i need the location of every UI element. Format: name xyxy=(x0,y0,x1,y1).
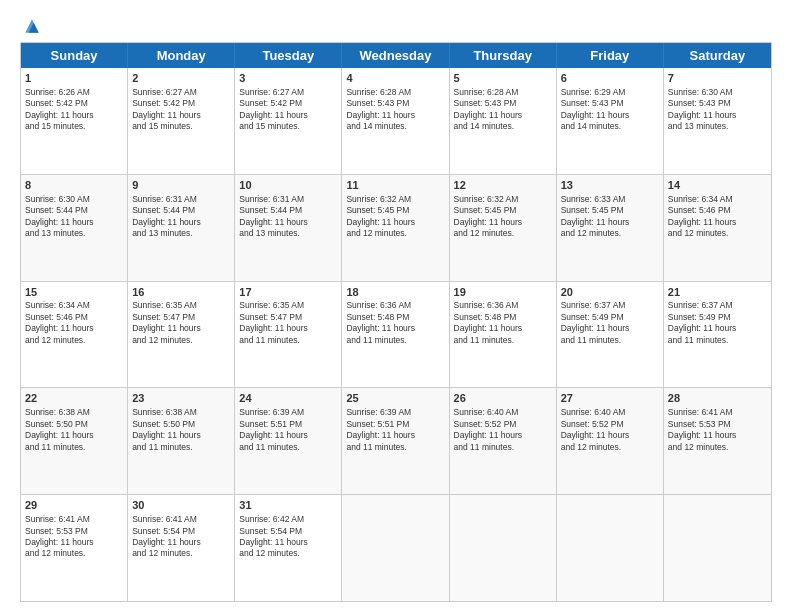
cell-line: Sunset: 5:43 PM xyxy=(454,98,552,109)
cell-line: Sunset: 5:47 PM xyxy=(132,312,230,323)
cell-line: Sunrise: 6:36 AM xyxy=(346,300,444,311)
calendar-cell: 10Sunrise: 6:31 AMSunset: 5:44 PMDayligh… xyxy=(235,175,342,281)
day-number: 9 xyxy=(132,178,230,193)
cell-line: Daylight: 11 hours xyxy=(346,323,444,334)
weekday-header: Tuesday xyxy=(235,43,342,68)
calendar-cell: 24Sunrise: 6:39 AMSunset: 5:51 PMDayligh… xyxy=(235,388,342,494)
cell-line: Sunset: 5:54 PM xyxy=(132,526,230,537)
cell-line: and 11 minutes. xyxy=(346,335,444,346)
calendar-row: 15Sunrise: 6:34 AMSunset: 5:46 PMDayligh… xyxy=(21,281,771,388)
cell-line: Daylight: 11 hours xyxy=(132,323,230,334)
cell-line: Sunrise: 6:38 AM xyxy=(25,407,123,418)
calendar-cell: 16Sunrise: 6:35 AMSunset: 5:47 PMDayligh… xyxy=(128,282,235,388)
cell-line: Sunset: 5:54 PM xyxy=(239,526,337,537)
weekday-header: Sunday xyxy=(21,43,128,68)
cell-line: Sunrise: 6:27 AM xyxy=(239,87,337,98)
day-number: 26 xyxy=(454,391,552,406)
cell-line: and 11 minutes. xyxy=(239,442,337,453)
cell-line: and 12 minutes. xyxy=(668,228,767,239)
calendar-cell: 29Sunrise: 6:41 AMSunset: 5:53 PMDayligh… xyxy=(21,495,128,601)
cell-line: and 12 minutes. xyxy=(454,228,552,239)
cell-line: and 15 minutes. xyxy=(25,121,123,132)
cell-line: Sunset: 5:44 PM xyxy=(25,205,123,216)
calendar-cell xyxy=(557,495,664,601)
cell-line: Sunset: 5:43 PM xyxy=(668,98,767,109)
cell-line: and 11 minutes. xyxy=(132,442,230,453)
cell-line: and 13 minutes. xyxy=(132,228,230,239)
cell-line: Daylight: 11 hours xyxy=(561,217,659,228)
cell-line: and 11 minutes. xyxy=(346,442,444,453)
day-number: 4 xyxy=(346,71,444,86)
day-number: 12 xyxy=(454,178,552,193)
cell-line: and 14 minutes. xyxy=(346,121,444,132)
calendar-cell: 7Sunrise: 6:30 AMSunset: 5:43 PMDaylight… xyxy=(664,68,771,174)
day-number: 18 xyxy=(346,285,444,300)
calendar-cell xyxy=(664,495,771,601)
calendar-row: 1Sunrise: 6:26 AMSunset: 5:42 PMDaylight… xyxy=(21,68,771,174)
weekday-header: Monday xyxy=(128,43,235,68)
cell-line: Daylight: 11 hours xyxy=(346,110,444,121)
cell-line: Sunrise: 6:31 AM xyxy=(239,194,337,205)
calendar: SundayMondayTuesdayWednesdayThursdayFrid… xyxy=(20,42,772,602)
cell-line: Sunset: 5:42 PM xyxy=(132,98,230,109)
cell-line: Daylight: 11 hours xyxy=(25,217,123,228)
day-number: 5 xyxy=(454,71,552,86)
day-number: 30 xyxy=(132,498,230,513)
cell-line: Daylight: 11 hours xyxy=(25,430,123,441)
cell-line: Sunset: 5:51 PM xyxy=(346,419,444,430)
calendar-cell: 9Sunrise: 6:31 AMSunset: 5:44 PMDaylight… xyxy=(128,175,235,281)
day-number: 27 xyxy=(561,391,659,406)
calendar-cell: 1Sunrise: 6:26 AMSunset: 5:42 PMDaylight… xyxy=(21,68,128,174)
cell-line: and 14 minutes. xyxy=(561,121,659,132)
cell-line: Sunset: 5:47 PM xyxy=(239,312,337,323)
calendar-cell: 5Sunrise: 6:28 AMSunset: 5:43 PMDaylight… xyxy=(450,68,557,174)
cell-line: Sunrise: 6:29 AM xyxy=(561,87,659,98)
day-number: 21 xyxy=(668,285,767,300)
cell-line: and 13 minutes. xyxy=(668,121,767,132)
day-number: 25 xyxy=(346,391,444,406)
day-number: 23 xyxy=(132,391,230,406)
day-number: 8 xyxy=(25,178,123,193)
day-number: 31 xyxy=(239,498,337,513)
cell-line: Sunrise: 6:36 AM xyxy=(454,300,552,311)
cell-line: Daylight: 11 hours xyxy=(454,430,552,441)
calendar-cell: 14Sunrise: 6:34 AMSunset: 5:46 PMDayligh… xyxy=(664,175,771,281)
cell-line: Sunrise: 6:35 AM xyxy=(132,300,230,311)
weekday-header: Friday xyxy=(557,43,664,68)
cell-line: Sunrise: 6:30 AM xyxy=(668,87,767,98)
day-number: 10 xyxy=(239,178,337,193)
cell-line: and 12 minutes. xyxy=(132,548,230,559)
calendar-cell: 11Sunrise: 6:32 AMSunset: 5:45 PMDayligh… xyxy=(342,175,449,281)
logo xyxy=(20,16,42,34)
cell-line: Daylight: 11 hours xyxy=(132,217,230,228)
weekday-header: Saturday xyxy=(664,43,771,68)
cell-line: Daylight: 11 hours xyxy=(25,537,123,548)
cell-line: Sunset: 5:44 PM xyxy=(132,205,230,216)
cell-line: Daylight: 11 hours xyxy=(239,430,337,441)
calendar-cell: 2Sunrise: 6:27 AMSunset: 5:42 PMDaylight… xyxy=(128,68,235,174)
cell-line: Daylight: 11 hours xyxy=(132,537,230,548)
calendar-body: 1Sunrise: 6:26 AMSunset: 5:42 PMDaylight… xyxy=(21,68,771,601)
cell-line: Daylight: 11 hours xyxy=(25,110,123,121)
day-number: 17 xyxy=(239,285,337,300)
calendar-cell: 17Sunrise: 6:35 AMSunset: 5:47 PMDayligh… xyxy=(235,282,342,388)
calendar-cell: 28Sunrise: 6:41 AMSunset: 5:53 PMDayligh… xyxy=(664,388,771,494)
cell-line: Sunset: 5:42 PM xyxy=(25,98,123,109)
cell-line: and 13 minutes. xyxy=(239,228,337,239)
cell-line: Sunrise: 6:30 AM xyxy=(25,194,123,205)
cell-line: Daylight: 11 hours xyxy=(132,110,230,121)
calendar-cell: 18Sunrise: 6:36 AMSunset: 5:48 PMDayligh… xyxy=(342,282,449,388)
cell-line: Sunset: 5:52 PM xyxy=(561,419,659,430)
cell-line: Sunset: 5:49 PM xyxy=(561,312,659,323)
cell-line: Sunset: 5:45 PM xyxy=(454,205,552,216)
cell-line: and 12 minutes. xyxy=(25,548,123,559)
cell-line: and 12 minutes. xyxy=(561,228,659,239)
calendar-cell: 22Sunrise: 6:38 AMSunset: 5:50 PMDayligh… xyxy=(21,388,128,494)
calendar-cell: 8Sunrise: 6:30 AMSunset: 5:44 PMDaylight… xyxy=(21,175,128,281)
calendar-header: SundayMondayTuesdayWednesdayThursdayFrid… xyxy=(21,43,771,68)
cell-line: and 13 minutes. xyxy=(25,228,123,239)
cell-line: Sunrise: 6:42 AM xyxy=(239,514,337,525)
calendar-cell: 26Sunrise: 6:40 AMSunset: 5:52 PMDayligh… xyxy=(450,388,557,494)
cell-line: and 11 minutes. xyxy=(668,335,767,346)
cell-line: and 11 minutes. xyxy=(25,442,123,453)
